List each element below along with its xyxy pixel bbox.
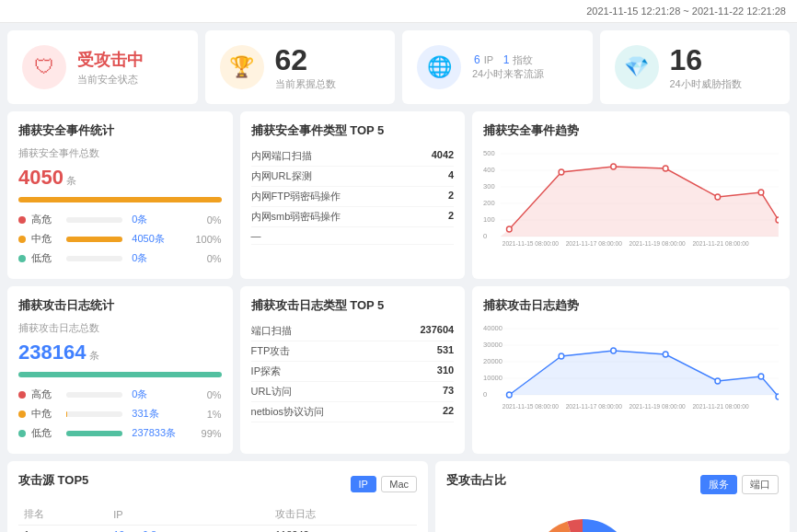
sev-label: 低危 [31,251,57,265]
svg-point-18 [758,190,764,195]
security-trend-title: 捕获安全事件趋势 [483,122,779,139]
bottom-row: 攻击源 TOP5 IP Mac 排名 IP 攻击日志 1 10.○○.6.8 1… [7,461,790,532]
sev-value: 4050条 [132,232,188,246]
top5-item: FTP攻击 531 [251,341,455,362]
svg-marker-34 [501,351,779,397]
finger-number: 1 [503,53,510,66]
attack-source-panel: 攻击源 TOP5 IP Mac 排名 IP 攻击日志 1 10.○○.6.8 1… [7,461,428,532]
sev-pct: 99% [194,428,222,439]
col-logs: 攻击日志 [270,503,417,526]
top5-item-label: — [251,230,455,241]
top5-item-value: 2 [448,190,454,203]
svg-text:10000: 10000 [483,374,503,382]
svg-text:2021-11-19 08:00:00: 2021-11-19 08:00:00 [630,240,686,247]
progress-bar-bg [66,237,122,242]
svg-point-19 [776,217,779,223]
ip-info: 6IP 1指纹 24小时来客流源 [472,53,578,81]
svg-text:0: 0 [483,232,488,240]
security-trend-panel: 捕获安全事件趋势 500 400 300 200 100 0 [472,111,790,279]
attack-source-tabs: IP Mac [349,476,418,492]
severity-row: 中危 331条 1% [18,404,222,423]
sev-label: 中危 [31,407,57,421]
svg-text:2021-11-21 08:00:00: 2021-11-21 08:00:00 [693,403,749,410]
attack-log-unit: 条 [89,350,99,361]
table-row: 1 10.○○.6.8 118242 [18,526,417,533]
top5-item: 内网FTP弱密码操作 2 [251,187,455,207]
top5-item: 内网URL探测 4 [251,167,455,187]
security-trend-svg: 500 400 300 200 100 0 [483,146,779,248]
total-icon: 🏆 [220,45,264,89]
total-number: 62 [275,43,381,77]
sev-label: 高危 [31,387,57,401]
sev-value: 331条 [132,407,188,421]
security-stat-sub: 捕获安全事件总数 [18,146,222,160]
sev-pct: 1% [194,409,222,420]
top5-item-label: IP探索 [251,364,437,378]
svg-text:2021-11-17 08:00:00: 2021-11-17 08:00:00 [566,403,622,410]
sev-label: 高危 [31,213,57,226]
attack-top5-panel: 捕获攻击日志类型 TOP 5 端口扫描 237604 FTP攻击 531 IP探… [240,286,466,454]
sev-dot [18,430,26,437]
status-card-total: 🏆 62 当前累握总数 [205,30,396,104]
attack-title: 受攻击中 [77,49,183,71]
top5-item: 内网smb弱密码操作 2 [251,207,455,227]
rank-cell: 1 [18,526,108,533]
progress-bar-bg [66,256,122,261]
ip-label: 24小时来客流源 [472,67,578,81]
top5-item: IP探索 310 [251,362,455,382]
top5-item-label: netbios协议访问 [251,405,443,419]
security-stat-title: 捕获安全事件统计 [18,122,222,139]
sev-pct: 100% [194,234,222,245]
donut-svg: 受攻击的服务 Top 5 [523,511,642,532]
top5-item-value: 73 [443,385,454,399]
top5-item-value: 310 [437,364,454,378]
top5-item-value: 531 [437,344,454,358]
attack-source-tbody: 1 10.○○.6.8 118242 2 10.○...230 118222 3… [18,526,417,533]
attack-trend-panel: 捕获攻击日志趋势 40000 30000 20000 10000 0 [472,286,790,454]
svg-text:20000: 20000 [483,357,503,365]
security-events-row: 捕获安全事件统计 捕获安全事件总数 4050 条 高危 0条 0% 中危 405… [7,111,790,279]
top-bar: 2021-11-15 12:21:28 ~ 2021-11-22 12:21:2… [0,0,797,23]
security-severity-rows: 高危 0条 0% 中危 4050条 100% 低危 0条 0% [18,210,222,268]
tab-service[interactable]: 服务 [700,475,737,494]
col-ip: IP [108,503,270,526]
attack-top5-title: 捕获攻击日志类型 TOP 5 [251,297,455,314]
svg-text:2021-11-21 08:00:00: 2021-11-21 08:00:00 [693,240,749,247]
attack-trend-chart: 40000 30000 20000 10000 0 [483,321,779,425]
top5-item-value: 4042 [432,149,454,163]
attack-trend-title: 捕获攻击日志趋势 [483,297,779,314]
progress-bar-bg [66,431,122,436]
severity-row: 低危 237833条 99% [18,423,222,443]
tab-mac[interactable]: Mac [381,476,417,492]
progress-bar-bg [66,217,122,223]
top5-item-label: 内网URL探测 [251,169,448,183]
tab-ip[interactable]: IP [351,476,376,492]
top5-item-label: URL访问 [251,385,443,399]
svg-text:2021-11-19 08:00:00: 2021-11-19 08:00:00 [630,403,686,410]
svg-point-14 [559,169,564,175]
sev-value: 0条 [132,387,188,401]
top5-item-value: 22 [443,405,454,419]
top5-item-label: 内网FTP弱密码操作 [251,190,448,203]
svg-point-37 [611,348,617,353]
top5-item-label: 端口扫描 [251,324,421,338]
progress-bar-fill [66,431,122,436]
sev-pct: 0% [194,214,222,226]
svg-text:2021-11-15 08:00:00: 2021-11-15 08:00:00 [502,403,559,410]
status-card-attack: 🛡 受攻击中 当前安全状态 [7,30,198,104]
attack-source-table: 排名 IP 攻击日志 1 10.○○.6.8 118242 2 10.○...2… [18,503,417,532]
svg-point-13 [507,226,513,232]
svg-text:300: 300 [483,182,495,191]
svg-text:30000: 30000 [483,341,503,349]
threat-info: 16 24小时威胁指数 [670,43,776,91]
sev-pct: 0% [194,389,222,400]
svg-point-39 [715,378,721,384]
sev-value: 237833条 [132,426,188,440]
top5-item: 内网端口扫描 4042 [251,146,455,167]
top5-item: URL访问 73 [251,382,455,402]
tab-port[interactable]: 端口 [742,475,779,494]
severity-row: 高危 0条 0% [18,210,222,229]
top5-item-label: FTP攻击 [251,344,437,358]
svg-text:0: 0 [483,390,488,399]
security-top5-panel: 捕获安全事件类型 TOP 5 内网端口扫描 4042 内网URL探测 4 内网F… [240,111,466,279]
